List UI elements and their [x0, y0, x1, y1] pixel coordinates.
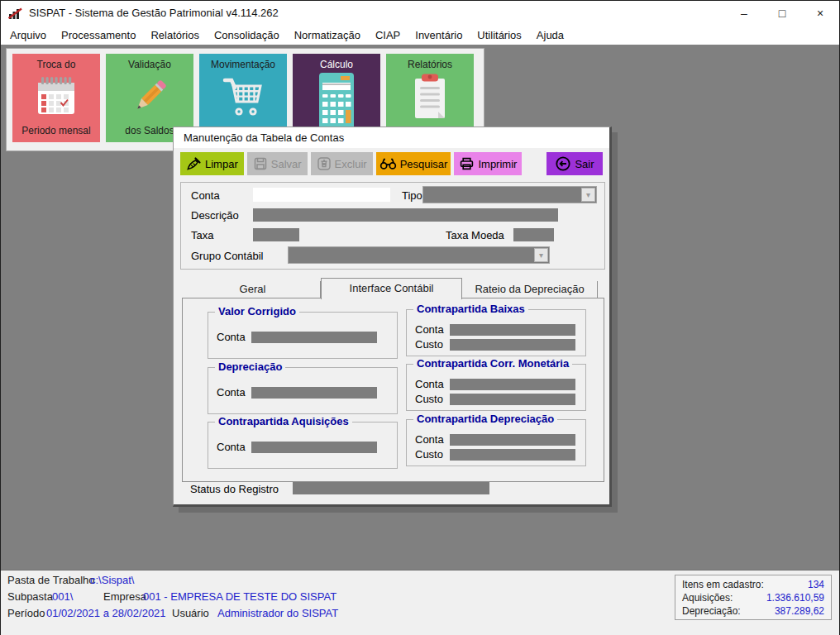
excluir-label: Excluir — [335, 158, 367, 170]
tile-label-top: Troca do — [12, 59, 100, 70]
tipo-select[interactable]: ▾ — [422, 186, 597, 203]
periodo-value: 01/02/2021 a 28/02/2021 — [46, 607, 172, 619]
grupo-contabil-label: Grupo Contábil — [191, 250, 263, 262]
conta-label: Conta — [415, 323, 450, 336]
subpasta-value: 001\ — [52, 590, 103, 603]
field-row: Conta — [415, 433, 575, 446]
usuario-label: Usuário — [172, 607, 217, 619]
aquisicoes-label: Aquisições: — [682, 591, 733, 604]
menu-relatorios[interactable]: Relatórios — [143, 26, 207, 45]
title-bar: SISPAT - Sistema de Gestão Patrimonial v… — [1, 1, 839, 26]
sair-button[interactable]: Sair — [546, 152, 603, 175]
summary-row-aquisicoes: Aquisições: 1.336.610,59 — [682, 591, 824, 604]
field-row: Conta — [415, 378, 575, 390]
tab-interface-contabil[interactable]: Interface Contábil — [321, 278, 462, 299]
descricao-label: Descrição — [191, 209, 239, 222]
group-title: Contrapartida Corr. Monetária — [413, 357, 572, 370]
maximize-icon[interactable]: □ — [763, 1, 801, 26]
group-title: Contrapartida Depreciação — [413, 413, 557, 425]
menu-inventario[interactable]: Inventário — [408, 26, 470, 45]
field-row: Custo — [415, 448, 575, 461]
tile-label-bottom: Periodo mensal — [12, 125, 100, 136]
custo-field — [450, 339, 575, 351]
field-row: Conta — [217, 441, 377, 453]
tile-label-top: Validação — [106, 59, 193, 70]
field-row: Conta — [217, 331, 377, 343]
custo-label: Custo — [415, 338, 450, 351]
conta-label: Conta — [217, 386, 251, 399]
sair-label: Sair — [575, 158, 594, 170]
clipboard-icon — [386, 71, 474, 122]
app-logo-icon — [8, 7, 23, 19]
conta-field — [251, 442, 377, 453]
field-row: Conta — [217, 386, 377, 399]
custo-label: Custo — [415, 393, 450, 405]
grupo-contabil-select[interactable]: ▾ — [288, 246, 550, 264]
menu-ajuda[interactable]: Ajuda — [529, 26, 571, 45]
statusbar-row-subpasta-empresa: Subpasta 001\ Empresa 001 - EMPRESA DE T… — [7, 590, 336, 603]
tab-strip: Geral Interface Contábil Rateio da Depre… — [182, 277, 604, 298]
imprimir-button[interactable]: Imprimir — [454, 152, 522, 175]
depreciacao-value: 387.289,62 — [775, 604, 824, 618]
conta-field — [450, 434, 575, 446]
chevron-down-icon: ▾ — [581, 188, 595, 202]
usuario-value: Administrador do SISPAT — [217, 607, 338, 619]
close-icon[interactable]: × — [801, 1, 839, 26]
limpar-button[interactable]: Limpar — [180, 152, 244, 175]
conta-label: Conta — [415, 433, 450, 446]
conta-input[interactable] — [253, 188, 390, 202]
broom-icon — [186, 156, 202, 171]
menu-arquivo[interactable]: Arquivo — [2, 26, 54, 45]
group-title: Contrapartida Aquisições — [215, 415, 352, 427]
imprimir-label: Imprimir — [478, 158, 517, 170]
tab-geral[interactable]: Geral — [185, 281, 321, 298]
custo-field — [450, 449, 575, 461]
status-registro-field — [293, 482, 489, 494]
status-bar: Pasta de Trabalho c:\Sispat\ Subpasta 00… — [1, 570, 839, 635]
menu-ciap[interactable]: CIAP — [368, 26, 408, 45]
limpar-label: Limpar — [205, 158, 238, 170]
menu-utilitarios[interactable]: Utilitários — [470, 26, 528, 45]
field-row: Conta — [415, 323, 575, 336]
conta-field — [450, 379, 575, 390]
excluir-button[interactable]: Excluir — [311, 152, 373, 175]
periodo-label: Período — [7, 607, 46, 619]
tile-label-top: Movimentação — [199, 59, 287, 70]
pesquisar-button[interactable]: Pesquisar — [376, 152, 451, 175]
conta-label: Conta — [415, 378, 450, 390]
status-registro-label: Status do Registro — [190, 483, 279, 495]
itens-cadastro-value: 134 — [808, 578, 824, 591]
dialog-title: Manutenção da Tabela de Contas — [174, 127, 609, 148]
conta-label: Conta — [191, 189, 220, 202]
summary-row-depreciacao: Depreciação: 387.289,62 — [682, 604, 824, 618]
statusbar-row-periodo-usuario: Período 01/02/2021 a 28/02/2021 Usuário … — [7, 607, 338, 619]
group-contrapartida-depreciacao: Contrapartida Depreciação Conta Custo — [406, 419, 586, 466]
group-contrapartida-aquisicoes: Contrapartida Aquisições Conta — [208, 422, 398, 469]
menu-processamento[interactable]: Processamento — [54, 26, 143, 45]
group-valor-corrigido: Valor Corrigido Conta — [208, 312, 398, 359]
calculator-icon — [293, 69, 380, 133]
salvar-label: Salvar — [271, 158, 302, 170]
window-controls: – □ × — [725, 1, 839, 26]
menu-consolidacao[interactable]: Consolidação — [207, 26, 287, 45]
itens-cadastro-label: Itens em cadastro: — [682, 578, 764, 591]
conta-field — [450, 324, 575, 336]
field-row: Custo — [415, 393, 575, 405]
back-arrow-icon — [555, 155, 571, 172]
depreciacao-label: Depreciação: — [682, 604, 741, 618]
taxa-moeda-label: Taxa Moeda — [446, 229, 504, 241]
menu-normatizacao[interactable]: Normatização — [287, 26, 368, 45]
conta-field — [251, 332, 377, 343]
group-contrapartida-corr-monetaria: Contrapartida Corr. Monetária Conta Cust… — [406, 364, 586, 411]
pasta-trabalho-value: c:\Sispat\ — [90, 574, 134, 586]
summary-panel: Itens em cadastro: 134 Aquisições: 1.336… — [675, 575, 832, 620]
tile-troca-periodo[interactable]: Troca do — [12, 54, 100, 142]
descricao-field — [253, 208, 558, 222]
pasta-trabalho-label: Pasta de Trabalho — [7, 574, 90, 586]
minimize-icon[interactable]: – — [725, 1, 763, 26]
salvar-button[interactable]: Salvar — [247, 152, 308, 175]
custo-label: Custo — [415, 448, 450, 461]
tipo-label: Tipo — [402, 189, 422, 202]
tab-rateio-depreciacao[interactable]: Rateio da Depreciação — [462, 281, 598, 298]
subpasta-label: Subpasta — [7, 590, 52, 603]
